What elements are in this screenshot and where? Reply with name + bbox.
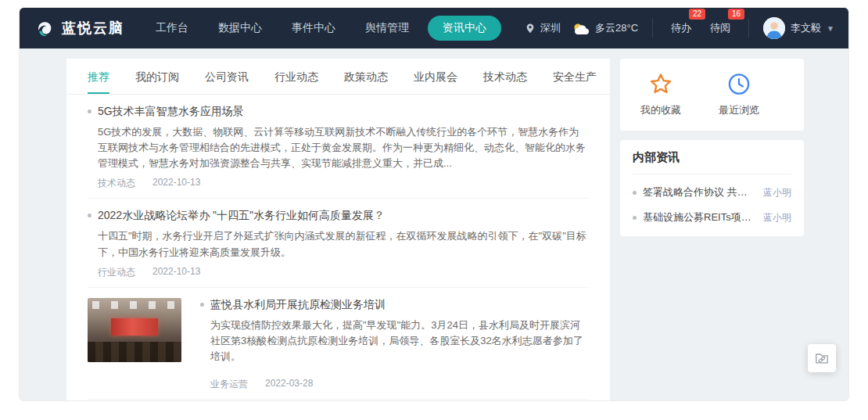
location-pin-icon (525, 23, 536, 34)
chevron-down-icon: ▼ (827, 24, 834, 33)
brand[interactable]: 蓝悦云脑 (34, 18, 124, 39)
bullet-dot (88, 214, 91, 217)
to-read-count-badge: 16 (728, 9, 744, 20)
user-name: 李文毅 (791, 21, 821, 35)
news-item: 蓝悦县水利局开展抗原检测业务培训 为实现疫情防控效果最大化，提高"早发现"能力。… (88, 288, 589, 400)
news-thumbnail-meeting-room[interactable] (88, 298, 181, 362)
news-tag: 技术动态 (98, 177, 135, 190)
news-tag: 行业动态 (98, 266, 135, 279)
quick-access-card: 我的收藏 最近浏览 (620, 59, 804, 131)
internal-news-item-author: 蓝小明 (763, 211, 791, 224)
navbar-divider (748, 19, 749, 38)
tab-industry-news[interactable]: 行业动态 (274, 59, 318, 94)
news-date: 2022-10-13 (152, 266, 200, 279)
cloudy-weather-icon (572, 22, 590, 35)
navbar-divider (652, 19, 653, 38)
location-label: 深圳 (540, 21, 561, 35)
my-favorites-label: 我的收藏 (640, 103, 681, 117)
avatar-person-icon (763, 17, 785, 39)
news-item: 2022水业战略论坛举办 "十四五"水务行业如何高质量发展？ 十四五"时期，水务… (88, 199, 589, 287)
clock-icon (726, 72, 751, 96)
to-read-label: 待阅 (710, 22, 730, 34)
nav-event-center[interactable]: 事件中心 (281, 16, 346, 41)
news-tag: 业务运营 (210, 378, 248, 391)
recently-viewed-label: 最近浏览 (719, 103, 759, 117)
thumbnail-ceiling-lights (92, 301, 177, 309)
brand-title: 蓝悦云脑 (62, 19, 124, 38)
tab-company-news[interactable]: 公司资讯 (205, 59, 249, 94)
internal-news-card: 内部资讯 签署战略合作协议 共推水务数字化联... 蓝小明 基础设施公募REIT… (620, 140, 804, 236)
nav-news-center[interactable]: 资讯中心 (428, 16, 501, 41)
nav-workbench[interactable]: 工作台 (145, 16, 199, 41)
star-icon (648, 72, 673, 96)
thumbnail-audience (88, 342, 181, 362)
location: 深圳 (525, 21, 561, 35)
tab-recommended[interactable]: 推荐 (88, 59, 109, 94)
news-item: 5G技术丰富智慧水务应用场景 5G技术的发展，大数据、物联网、云计算等移动互联网… (88, 95, 589, 199)
nav-data-center[interactable]: 数据中心 (207, 16, 273, 41)
bullet-dot (633, 191, 637, 195)
internal-news-item-title: 基础设施公募REITs项目公开招标 (643, 210, 757, 224)
tab-my-subscriptions[interactable]: 我的订阅 (135, 59, 179, 94)
news-description: 为实现疫情防控效果最大化，提高"早发现"能力。3月24日，县水利局及时开展滨河社… (210, 318, 589, 364)
todo-count-badge: 22 (689, 9, 705, 20)
thumbnail-red-screen (111, 318, 158, 336)
bullet-dot (633, 216, 637, 220)
news-tabs: 推荐 我的订阅 公司资讯 行业动态 政策动态 业内展会 技术动态 安全生产 业务… (66, 59, 610, 95)
internal-news-item[interactable]: 基础设施公募REITs项目公开招标 蓝小明 (633, 210, 791, 224)
tab-tech-news[interactable]: 技术动态 (483, 59, 527, 94)
brand-swirl-icon (34, 18, 55, 39)
news-description: 十四五"时期，水务行业开启了外延式扩张向内涵式发展的新征程，在双循环发展战略的引… (98, 228, 589, 260)
news-description: 5G技术的发展，大数据、物联网、云计算等移动互联网新技术不断融入传统行业的各个环… (98, 124, 589, 171)
news-date: 2022-03-28 (265, 378, 313, 391)
to-read-button[interactable]: 16 待阅 (706, 21, 734, 35)
my-favorites-button[interactable]: 我的收藏 (640, 72, 681, 117)
news-date: 2022-10-13 (152, 177, 200, 190)
bullet-dot (88, 109, 91, 113)
app-window: 蓝悦云脑 工作台 数据中心 事件中心 舆情管理 资讯中心 深圳 多云28°C (20, 8, 848, 400)
news-item: 《水资源调度管理办法》解读 为规范水资源调度管理行为，实现有序调水，水利部制定了… (88, 400, 589, 400)
internal-news-item-title: 签署战略合作协议 共推水务数字化联... (643, 185, 757, 199)
tab-policy-news[interactable]: 政策动态 (344, 59, 388, 94)
news-list: 5G技术丰富智慧水务应用场景 5G技术的发展，大数据、物联网、云计算等移动互联网… (66, 95, 610, 400)
news-title[interactable]: 2022水业战略论坛举办 "十四五"水务行业如何高质量发展？ (98, 209, 385, 223)
avatar (763, 17, 785, 39)
todo-button[interactable]: 22 待办 (667, 21, 695, 35)
news-panel: 推荐 我的订阅 公司资讯 行业动态 政策动态 业内展会 技术动态 安全生产 业务… (66, 59, 610, 400)
folder-link-icon (814, 350, 830, 366)
internal-news-title: 内部资讯 (633, 150, 791, 174)
tab-safety-production[interactable]: 安全生产 (553, 59, 597, 94)
bullet-dot (200, 303, 204, 307)
navbar-right: 深圳 多云28°C 22 待办 16 待阅 (525, 17, 834, 39)
floating-shortcut-button[interactable] (808, 344, 836, 372)
news-title[interactable]: 5G技术丰富智慧水务应用场景 (98, 105, 244, 119)
nav-sentiment-management[interactable]: 舆情管理 (354, 16, 420, 41)
recently-viewed-button[interactable]: 最近浏览 (719, 72, 759, 117)
todo-label: 待办 (671, 22, 691, 34)
user-menu[interactable]: 李文毅 ▼ (763, 17, 834, 39)
news-title[interactable]: 蓝悦县水利局开展抗原检测业务培训 (210, 298, 386, 312)
tab-industry-expos[interactable]: 业内展会 (414, 59, 457, 94)
top-navbar: 蓝悦云脑 工作台 数据中心 事件中心 舆情管理 资讯中心 深圳 多云28°C (20, 8, 848, 48)
internal-news-item[interactable]: 签署战略合作协议 共推水务数字化联... 蓝小明 (633, 185, 791, 199)
weather-label: 多云28°C (595, 21, 638, 35)
internal-news-item-author: 蓝小明 (763, 186, 791, 199)
weather: 多云28°C (572, 21, 638, 35)
main-nav: 工作台 数据中心 事件中心 舆情管理 资讯中心 (145, 16, 501, 41)
